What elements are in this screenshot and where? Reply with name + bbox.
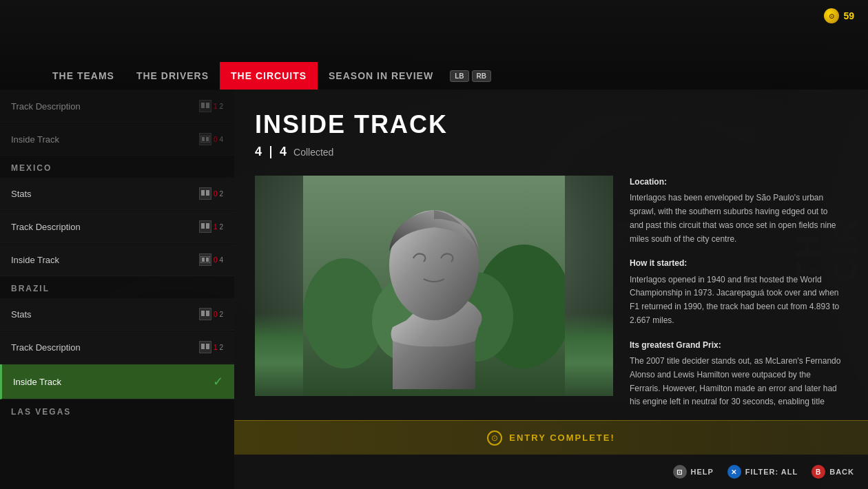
location-title: Location: xyxy=(630,176,842,189)
greatest-gp-title: Its greatest Grand Prix: xyxy=(630,339,842,352)
entry-complete-icon: ⊙ xyxy=(487,430,502,446)
section-header-brazil: BRAZIL xyxy=(0,277,234,298)
sidebar-item-label: Inside Track xyxy=(11,255,59,265)
sidebar-item-label: Track Description xyxy=(11,222,81,232)
sidebar-item-label: Inside Track xyxy=(11,134,59,145)
coin-icon: ⊙ xyxy=(824,8,839,23)
badge-numbers: 1 2 xyxy=(214,223,223,231)
entry-complete-text: ENTRY COMPLETE! xyxy=(509,433,615,443)
svg-rect-5 xyxy=(201,190,205,196)
sidebar-item-badge: 1 2 xyxy=(199,100,223,112)
badge-numbers: 0 4 xyxy=(214,256,223,264)
collected-divider xyxy=(270,146,271,158)
svg-rect-11 xyxy=(206,258,209,262)
sidebar-item-label: Track Description xyxy=(11,101,81,112)
badge-icon xyxy=(199,100,211,112)
sidebar-item-mexico-track-desc[interactable]: Track Description 1 2 xyxy=(0,211,234,243)
lb-rb-controls: LB RB xyxy=(450,70,491,82)
main-title: INSIDE TRACK xyxy=(255,110,847,139)
entry-complete-bar: ⊙ ENTRY COMPLETE! xyxy=(234,420,868,455)
badge-icon xyxy=(199,220,211,233)
nav-item-drivers[interactable]: THE DRIVERS xyxy=(125,62,220,90)
badge-icon xyxy=(199,253,211,266)
section-header-mexico: MEXICO xyxy=(0,156,234,177)
track-image-container xyxy=(255,176,613,458)
content-grid: Location: Interlagos has been enveloped … xyxy=(255,176,847,458)
badge-progress: 0 4 xyxy=(214,136,223,143)
sidebar-item-badge: 0 2 xyxy=(199,187,223,200)
svg-rect-0 xyxy=(201,103,205,108)
sidebar-item-badge: 0 4 xyxy=(199,253,223,266)
collected-total: 4 xyxy=(280,145,287,159)
sidebar-item-brazil-inside-track[interactable]: Inside Track ✓ xyxy=(0,364,234,399)
info-panel: Location: Interlagos has been enveloped … xyxy=(630,176,847,424)
sidebar-item-label: Track Description xyxy=(11,342,81,353)
badge-card: 0 2 xyxy=(199,187,223,200)
badge-icon xyxy=(199,187,211,200)
sidebar-item-mexico-stats[interactable]: Stats 0 2 xyxy=(0,178,234,210)
info-section-greatest-gp: Its greatest Grand Prix: The 2007 title … xyxy=(630,339,842,409)
nav-item-circuits[interactable]: THE CIRCUITS xyxy=(220,62,318,90)
sidebar-item-brazil-stats[interactable]: Stats 0 2 xyxy=(0,298,234,331)
how-started-title: How it started: xyxy=(630,257,842,270)
sidebar-item-badge: 1 2 xyxy=(199,220,223,233)
nav-item-teams[interactable]: THE TEAMS xyxy=(41,62,125,90)
svg-rect-14 xyxy=(201,344,205,349)
badge-numbers: 0 2 xyxy=(214,311,223,318)
sidebar-item-prev-track-desc[interactable]: Track Description 1 2 xyxy=(0,90,234,123)
badge-icon xyxy=(199,341,211,353)
sidebar-item-brazil-track-desc[interactable]: Track Description 1 2 xyxy=(0,331,234,364)
lb-button[interactable]: LB xyxy=(450,70,468,82)
sidebar[interactable]: Track Description 1 2 Inside Track 0 4 xyxy=(0,90,234,489)
sidebar-item-label: Stats xyxy=(11,189,32,199)
info-section-how-started: How it started: Interlagos opened in 194… xyxy=(630,257,842,327)
sidebar-item-badge: 0 4 xyxy=(199,133,223,145)
svg-rect-15 xyxy=(206,344,209,349)
info-section-location: Location: Interlagos has been enveloped … xyxy=(630,176,842,246)
sidebar-item-label: Stats xyxy=(11,309,32,320)
sidebar-item-badge: 0 2 xyxy=(199,308,223,320)
badge-card: 1 2 xyxy=(199,341,223,353)
track-image xyxy=(255,176,613,396)
badge-progress: 1 2 xyxy=(214,103,223,110)
badge-numbers: 1 2 xyxy=(214,103,223,110)
svg-rect-1 xyxy=(206,103,209,108)
sidebar-item-prev-inside-track[interactable]: Inside Track 0 4 xyxy=(0,123,234,156)
badge-numbers: 0 4 xyxy=(214,136,223,143)
svg-rect-4 xyxy=(206,137,209,141)
rb-button[interactable]: RB xyxy=(472,70,491,82)
svg-rect-6 xyxy=(206,190,209,196)
badge-icon xyxy=(199,308,211,320)
badge-card: 1 2 xyxy=(199,100,223,112)
svg-rect-13 xyxy=(206,311,209,316)
coin-display: ⊙ 59 xyxy=(824,8,854,23)
statue-svg xyxy=(303,176,565,396)
svg-rect-10 xyxy=(202,258,205,262)
badge-card: 0 4 xyxy=(199,253,223,266)
collected-label: Collected xyxy=(293,147,333,158)
location-text: Interlagos has been enveloped by São Pau… xyxy=(630,191,842,246)
badge-card: 0 4 xyxy=(199,133,223,145)
collected-current: 4 xyxy=(255,145,262,159)
collected-row: 4 4 Collected xyxy=(255,145,847,159)
sidebar-item-badge: ✓ xyxy=(213,374,223,389)
entry-complete-banner: ⊙ ENTRY COMPLETE! xyxy=(234,420,868,455)
how-started-text: Interlagos opened in 1940 and first host… xyxy=(630,273,842,328)
nav-item-season[interactable]: SEASON IN REVIEW xyxy=(318,62,444,90)
svg-rect-3 xyxy=(202,137,205,141)
check-icon: ✓ xyxy=(213,374,223,389)
badge-numbers: 1 2 xyxy=(214,344,223,351)
svg-rect-12 xyxy=(201,311,205,316)
badge-card: 0 2 xyxy=(199,308,223,320)
sidebar-item-mexico-inside-track[interactable]: Inside Track 0 4 xyxy=(0,244,234,276)
svg-rect-8 xyxy=(206,223,209,229)
section-header-las-vegas: LAS VEGAS xyxy=(0,400,234,421)
sidebar-item-label: Inside Track xyxy=(13,377,61,387)
sidebar-item-badge: 1 2 xyxy=(199,341,223,353)
svg-rect-7 xyxy=(201,223,205,229)
greatest-gp-text: The 2007 title decider stands out, as Mc… xyxy=(630,355,842,409)
coin-count: 59 xyxy=(843,10,854,21)
top-navigation: THE TEAMS THE DRIVERS THE CIRCUITS SEASO… xyxy=(0,0,868,90)
badge-icon xyxy=(199,133,211,145)
badge-numbers: 0 2 xyxy=(214,190,223,198)
